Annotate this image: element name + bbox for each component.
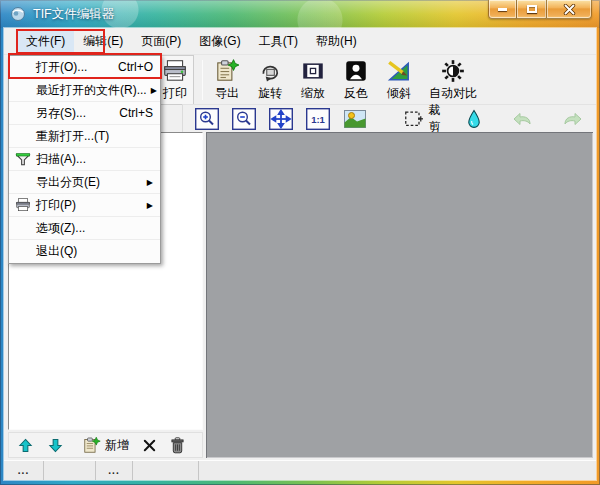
export-icon [214,58,240,84]
undo-button[interactable] [512,108,534,130]
redo-icon [561,110,583,128]
maximize-button[interactable] [517,0,546,19]
delete-page-button[interactable] [142,438,157,453]
delete-icon [142,438,157,453]
page-nav-toolbar: 新增 [8,432,203,458]
fit-page-button[interactable] [269,108,293,130]
rotate-button[interactable]: 旋转 [252,56,288,104]
skew-label: 倾斜 [387,85,411,102]
maximize-icon [527,5,537,13]
trash-button[interactable] [170,437,185,454]
menu-item-scan[interactable]: 扫描(A)... [9,148,160,171]
droplet-icon [466,109,482,129]
status-cell: ... [4,461,44,480]
menu-file[interactable]: 文件(F) [17,29,74,54]
zoom-in-button[interactable] [195,108,219,130]
zoom-in-icon [195,108,219,130]
menu-item-reopen[interactable]: 重新打开...(T) [9,125,160,148]
crop-label: 裁剪 [428,102,449,136]
zoom-out-icon [232,108,256,130]
page-down-button[interactable] [48,438,63,453]
toolbar-separator [202,60,203,100]
skew-icon [386,58,412,84]
menu-edit[interactable]: 编辑(E) [74,29,132,54]
menu-item-exit[interactable]: 退出(Q) [9,240,160,263]
invert-label: 反色 [344,85,368,102]
app-window: TIF文件编辑器 文件(F) 编辑(E) 页面(P) 图像(G) 工具(T) 帮… [0,0,600,485]
submenu-arrow-icon: ▶ [147,201,153,210]
window-title: TIF文件编辑器 [33,6,114,23]
add-page-button[interactable]: 新增 [82,436,129,455]
color-fill-button[interactable] [464,108,485,130]
add-page-icon [82,436,101,455]
photo-view-button[interactable] [343,108,367,130]
minimize-icon [498,8,507,11]
menu-help[interactable]: 帮助(H) [307,29,366,54]
add-page-label: 新增 [105,437,129,454]
menu-item-export-pages[interactable]: 导出分页(E) ▶ [9,171,160,194]
status-cell [133,461,199,480]
print-label: 打印 [163,85,187,102]
printer-icon [15,197,31,213]
printer-icon [162,58,188,84]
menu-item-open[interactable]: 打开(O)... Ctrl+O [9,56,160,79]
submenu-arrow-icon: ▶ [151,86,157,95]
svg-text:1:1: 1:1 [311,113,325,124]
auto-contrast-icon [440,58,466,84]
menu-image[interactable]: 图像(G) [190,29,249,54]
undo-icon [512,110,534,128]
app-globe-icon [10,6,26,22]
redo-button[interactable] [561,108,583,130]
auto-contrast-button[interactable]: 自动对比 [424,56,482,104]
trash-icon [170,437,185,454]
export-button[interactable]: 导出 [209,56,245,104]
title-bar: TIF文件编辑器 [0,0,600,28]
status-cell [44,461,96,480]
actual-size-icon: 1:1 [306,108,330,130]
rotate-icon [257,58,283,84]
submenu-arrow-icon: ▶ [147,178,153,187]
resize-button[interactable]: 缩放 [295,56,331,104]
window-controls [488,0,592,19]
menu-tools[interactable]: 工具(T) [250,29,307,54]
export-label: 导出 [215,85,239,102]
resize-icon [300,58,326,84]
menu-item-print[interactable]: 打印(P) ▶ [9,194,160,217]
file-menu-dropdown: 打开(O)... Ctrl+O 最近打开的文件(R)... ▶ 另存(S)...… [8,55,161,264]
minimize-button[interactable] [488,0,517,19]
menu-bar: 文件(F) 编辑(E) 页面(P) 图像(G) 工具(T) 帮助(H) [4,28,596,55]
close-icon [563,4,576,15]
resize-label: 缩放 [301,85,325,102]
status-cell [199,461,596,480]
status-bar: ... ... [4,460,596,480]
selection-icon [404,109,423,129]
rotate-label: 旋转 [258,85,282,102]
invert-button[interactable]: 反色 [338,56,374,104]
view-toolbar: 1:1 裁剪 [182,104,596,132]
page-up-icon [18,438,33,453]
photo-icon [343,108,367,130]
print-button[interactable]: 打印 [156,55,194,105]
page-up-button[interactable] [18,438,33,453]
crop-button[interactable]: 裁剪 [404,102,450,136]
auto-contrast-label: 自动对比 [429,85,477,102]
status-cell: ... [96,461,133,480]
skew-button[interactable]: 倾斜 [381,56,417,104]
page-down-icon [48,438,63,453]
menu-item-options[interactable]: 选项(Z)... [9,217,160,240]
menu-page[interactable]: 页面(P) [132,29,190,54]
actual-size-button[interactable]: 1:1 [306,108,330,130]
scanner-icon [15,151,31,167]
close-button[interactable] [546,0,592,19]
zoom-out-button[interactable] [232,108,256,130]
menu-item-save-as[interactable]: 另存(S)... Ctrl+S [9,102,160,125]
menu-item-recent-files[interactable]: 最近打开的文件(R)... ▶ [9,79,160,102]
image-canvas[interactable] [206,132,593,458]
invert-icon [343,58,369,84]
fit-page-icon [269,108,293,130]
